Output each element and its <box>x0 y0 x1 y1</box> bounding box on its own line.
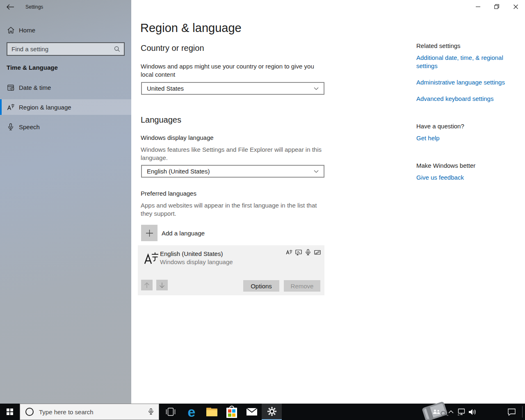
country-dropdown-value: United States <box>147 85 184 92</box>
link-additional-date-time-regional[interactable]: Additional date, time, & regional settin… <box>416 54 510 70</box>
display-language-icon <box>286 249 292 256</box>
action-center-icon <box>507 408 516 416</box>
speech-icon <box>305 249 311 256</box>
search-mic-icon[interactable] <box>148 408 154 415</box>
taskbar: e <box>0 404 525 420</box>
page-title: Region & language <box>140 21 242 35</box>
chevron-down-icon <box>314 87 319 90</box>
restore-icon <box>494 4 499 9</box>
network-tray-icon[interactable] <box>456 404 467 420</box>
task-view-icon <box>166 408 176 416</box>
language-list-item[interactable]: English (United States) Windows display … <box>138 245 324 295</box>
taskbar-search[interactable] <box>20 404 159 420</box>
have-a-question-title: Have a question? <box>416 123 464 130</box>
preferred-languages-description: Apps and websites will appear in the fir… <box>141 201 323 218</box>
mail-button[interactable] <box>243 404 261 420</box>
text-to-speech-icon <box>295 249 302 256</box>
languages-section-title: Languages <box>141 115 181 125</box>
file-explorer-button[interactable] <box>203 404 221 420</box>
window-title: Settings <box>25 4 43 10</box>
language-glyph-icon <box>144 250 159 266</box>
store-button[interactable] <box>223 404 241 420</box>
close-icon <box>514 5 518 9</box>
find-setting-searchbox[interactable] <box>7 42 125 56</box>
minimize-icon <box>476 5 480 9</box>
settings-content: Region & language Country or region Wind… <box>131 0 525 404</box>
gear-icon <box>267 407 276 416</box>
get-help-link[interactable]: Get help <box>416 134 510 142</box>
close-button[interactable] <box>506 0 525 13</box>
sidebar-item-label: Region & language <box>19 104 71 111</box>
arrow-up-icon <box>144 282 150 288</box>
sidebar-item-label: Speech <box>19 123 40 130</box>
restore-button[interactable] <box>487 0 506 13</box>
language-subtitle: Windows display language <box>160 258 233 265</box>
add-language-button[interactable] <box>141 225 158 241</box>
sidebar-item-speech[interactable]: Speech <box>0 119 131 135</box>
screen: Settings Home Time & Language Date & tim… <box>0 0 525 420</box>
give-us-feedback-link[interactable]: Give us feedback <box>416 173 510 182</box>
sidebar-item-region-language[interactable]: Region & language <box>0 99 131 115</box>
display-language-label: Windows display language <box>141 134 214 141</box>
task-view-button[interactable] <box>162 404 179 420</box>
back-arrow-icon <box>6 4 14 10</box>
minimize-button[interactable] <box>468 0 487 13</box>
sidebar-item-label: Home <box>19 27 35 34</box>
country-description: Windows and apps might use your country … <box>141 62 323 79</box>
show-desktop-button[interactable] <box>522 406 523 418</box>
handwriting-icon <box>314 249 321 256</box>
plus-icon <box>146 230 153 237</box>
speaker-icon <box>468 409 477 415</box>
display-language-value: English (United States) <box>147 168 210 175</box>
hidden-icons-chevron[interactable] <box>446 404 455 420</box>
edge-icon: e <box>188 406 196 418</box>
people-tray-icon[interactable] <box>431 404 442 420</box>
settings-button[interactable] <box>262 404 282 420</box>
back-button[interactable] <box>3 2 17 12</box>
home-icon <box>7 26 15 34</box>
country-dropdown[interactable]: United States <box>141 82 324 95</box>
link-advanced-keyboard[interactable]: Advanced keyboard settings <box>416 95 510 103</box>
move-up-button[interactable] <box>141 280 153 290</box>
arrow-down-icon <box>159 282 165 288</box>
action-center-button[interactable] <box>504 404 518 420</box>
sidebar-item-label: Date & time <box>19 84 51 91</box>
link-administrative-language[interactable]: Administrative language settings <box>416 78 510 87</box>
related-settings-title: Related settings <box>416 42 461 49</box>
settings-sidebar: Settings Home Time & Language Date & tim… <box>0 0 131 404</box>
remove-button[interactable]: Remove <box>284 280 320 292</box>
find-setting-input[interactable] <box>7 46 114 52</box>
cortana-icon <box>25 408 34 416</box>
add-language-label: Add a language <box>162 230 205 237</box>
store-icon <box>226 406 237 418</box>
windows-logo-icon <box>7 409 13 415</box>
region-language-icon <box>7 103 15 111</box>
sidebar-item-date-time[interactable]: Date & time <box>0 80 131 95</box>
country-section-title: Country or region <box>141 43 204 53</box>
start-button[interactable] <box>0 404 20 420</box>
display-language-description: Windows features like Settings and File … <box>141 146 323 162</box>
move-down-button[interactable] <box>156 280 168 290</box>
microphone-icon <box>7 123 15 131</box>
language-capability-icons <box>286 249 321 256</box>
display-language-dropdown[interactable]: English (United States) <box>141 165 324 178</box>
make-windows-better-title: Make Windows better <box>416 162 475 169</box>
volume-tray-icon[interactable] <box>467 404 478 420</box>
options-button[interactable]: Options <box>243 280 279 292</box>
sidebar-group-title: Time & Language <box>7 64 58 71</box>
sidebar-item-home[interactable]: Home <box>0 22 131 38</box>
chevron-down-icon <box>314 170 319 173</box>
network-icon <box>457 408 466 415</box>
chevron-up-icon <box>448 410 454 413</box>
taskbar-search-input[interactable] <box>34 409 148 415</box>
edge-button[interactable]: e <box>183 404 201 420</box>
file-explorer-icon <box>206 408 217 416</box>
search-icon <box>114 46 120 52</box>
preferred-languages-label: Preferred languages <box>141 190 196 197</box>
calendar-clock-icon <box>7 83 15 91</box>
mail-icon <box>246 408 258 416</box>
language-name: English (United States) <box>160 250 223 257</box>
